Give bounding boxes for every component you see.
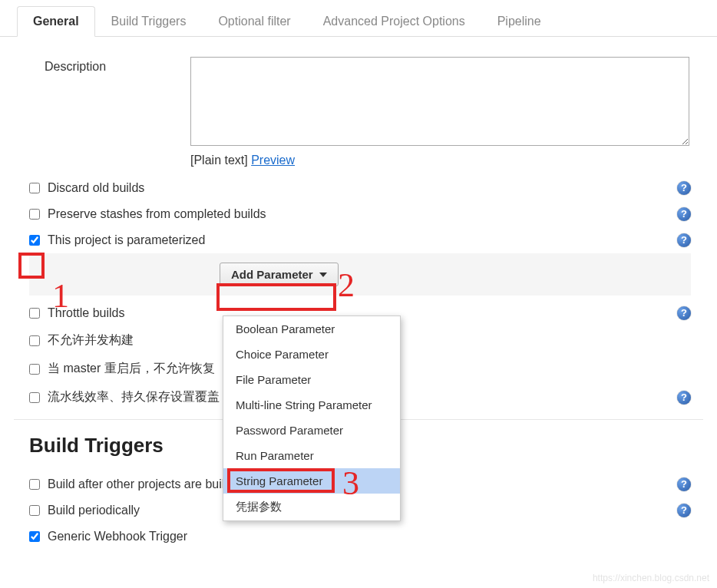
help-icon[interactable]: ? — [677, 233, 691, 247]
build-after-label: Build after other projects are built — [48, 477, 228, 491]
help-icon[interactable]: ? — [677, 391, 691, 405]
discard-old-builds-row[interactable]: Discard old builds ? — [14, 175, 703, 201]
generic-webhook-label: Generic Webhook Trigger — [48, 530, 187, 543]
help-icon[interactable]: ? — [677, 207, 691, 221]
tab-optional-filter[interactable]: Optional filter — [202, 6, 306, 36]
dropdown-item-string[interactable]: String Parameter — [223, 468, 400, 494]
no-concurrent-checkbox[interactable] — [29, 335, 40, 346]
discard-old-builds-label: Discard old builds — [48, 181, 144, 195]
help-icon[interactable]: ? — [677, 306, 691, 320]
tab-advanced-project-options[interactable]: Advanced Project Options — [307, 6, 481, 36]
description-subtext: [Plain text] Preview — [190, 154, 703, 167]
description-field: [Plain text] Preview — [190, 57, 703, 167]
add-parameter-label: Add Parameter — [231, 268, 313, 281]
description-textarea[interactable] — [190, 57, 689, 146]
dropdown-item-credentials[interactable]: 凭据参数 — [223, 494, 400, 520]
chevron-down-icon — [319, 273, 327, 277]
watermark: https://xinchen.blog.csdn.net — [593, 573, 709, 583]
generic-webhook-row[interactable]: Generic Webhook Trigger — [14, 524, 703, 550]
parameterized-row[interactable]: This project is parameterized ? — [14, 227, 703, 253]
add-parameter-dropdown: Boolean Parameter Choice Parameter File … — [223, 315, 401, 521]
dropdown-item-run[interactable]: Run Parameter — [223, 443, 400, 468]
dropdown-item-file[interactable]: File Parameter — [223, 367, 400, 392]
add-parameter-button[interactable]: Add Parameter — [220, 263, 339, 286]
discard-old-builds-checkbox[interactable] — [29, 183, 40, 193]
durability-label: 流水线效率、持久保存设置覆盖 — [48, 389, 220, 405]
preserve-stashes-label: Preserve stashes from completed builds — [48, 207, 266, 221]
tab-build-triggers[interactable]: Build Triggers — [95, 6, 203, 36]
tab-pipeline[interactable]: Pipeline — [481, 6, 557, 36]
preserve-stashes-row[interactable]: Preserve stashes from completed builds ? — [14, 201, 703, 227]
durability-checkbox[interactable] — [29, 392, 40, 403]
throttle-builds-checkbox[interactable] — [29, 308, 40, 319]
help-icon[interactable]: ? — [677, 504, 691, 517]
build-periodically-checkbox[interactable] — [29, 505, 40, 516]
dropdown-item-multiline[interactable]: Multi-line String Parameter — [223, 392, 400, 418]
no-concurrent-label: 不允许并发构建 — [48, 332, 134, 349]
description-row: Description [Plain text] Preview — [14, 52, 703, 172]
dropdown-item-choice[interactable]: Choice Parameter — [223, 342, 400, 367]
preserve-stashes-checkbox[interactable] — [29, 209, 40, 220]
description-label: Description — [14, 57, 190, 74]
no-resume-checkbox[interactable] — [29, 364, 40, 375]
config-tabs: General Build Triggers Optional filter A… — [0, 0, 717, 37]
throttle-builds-label: Throttle builds — [48, 306, 125, 320]
help-icon[interactable]: ? — [677, 181, 691, 195]
dropdown-item-boolean[interactable]: Boolean Parameter — [223, 316, 400, 342]
parameterized-label: This project is parameterized — [48, 233, 205, 247]
preview-link[interactable]: Preview — [251, 154, 295, 167]
generic-webhook-checkbox[interactable] — [29, 531, 40, 542]
tab-general[interactable]: General — [17, 6, 95, 37]
parameter-block: Add Parameter — [29, 253, 691, 296]
help-icon[interactable]: ? — [677, 477, 691, 491]
build-periodically-label: Build periodically — [48, 504, 140, 517]
parameterized-checkbox[interactable] — [29, 235, 40, 246]
plain-text-label: [Plain text] — [190, 154, 248, 167]
build-after-checkbox[interactable] — [29, 479, 40, 490]
no-resume-label: 当 master 重启后，不允许恢复 — [48, 361, 215, 377]
dropdown-item-password[interactable]: Password Parameter — [223, 418, 400, 443]
